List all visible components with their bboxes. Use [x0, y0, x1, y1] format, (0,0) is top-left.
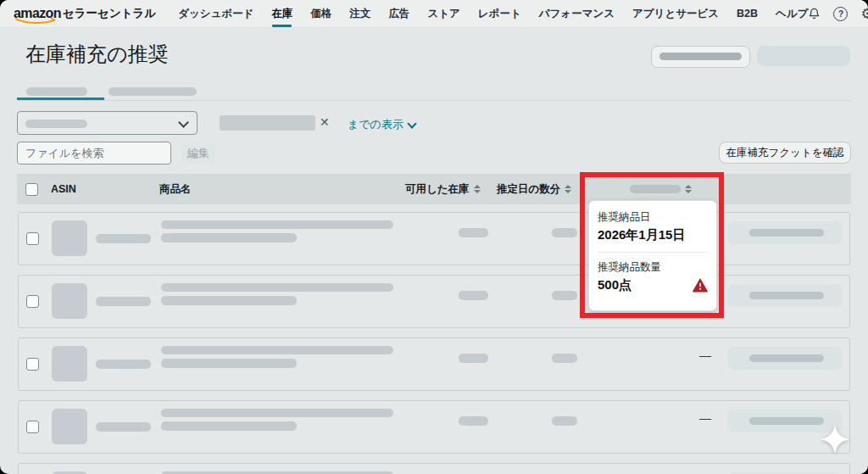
search-input[interactable]	[17, 142, 171, 165]
skeleton-bar	[749, 229, 824, 237]
available-stock-skeleton	[459, 291, 488, 300]
nav-item-advertising[interactable]: 広告	[388, 0, 409, 29]
column-header-available-label: 可用した在庫	[405, 182, 470, 197]
product-name-skeleton	[161, 409, 393, 417]
product-name-skeleton	[161, 359, 297, 368]
asin-skeleton	[96, 422, 151, 432]
estimated-days-skeleton	[552, 416, 577, 426]
show-until-label: までの表示	[348, 117, 403, 132]
recommendation-value: —	[693, 349, 718, 362]
select-all-checkbox[interactable]	[25, 183, 38, 196]
product-name-skeleton	[161, 220, 393, 229]
brand-suffix: セラーセントラル	[63, 6, 156, 21]
column-header-days[interactable]: 推定日の数分	[497, 174, 571, 204]
header-secondary-button-skeleton[interactable]	[651, 46, 750, 68]
nav-item-stores[interactable]: ストア	[427, 0, 459, 29]
row-action-button-skeleton[interactable]	[727, 347, 843, 370]
skeleton-bar	[749, 292, 824, 299]
recommended-quantity-value: 500点	[598, 277, 632, 293]
bell-icon[interactable]	[808, 7, 821, 20]
nav-item-inventory[interactable]: 在庫	[271, 0, 292, 29]
recommendation-value: —	[693, 411, 718, 425]
available-stock-skeleton	[459, 416, 488, 426]
available-stock-skeleton	[459, 228, 488, 237]
table-header: ASIN 商品名 可用した在庫 推定日の数分	[17, 174, 851, 204]
tab-divider	[17, 100, 851, 101]
skeleton-bar	[749, 354, 824, 362]
nav-item-dashboard[interactable]: ダッシュボード	[178, 0, 253, 29]
skeleton-bar	[659, 53, 742, 60]
product-image-placeholder	[52, 346, 87, 382]
page-title: 在庫補充の推奨	[25, 41, 169, 68]
row-checkbox[interactable]	[26, 295, 39, 308]
row-checkbox[interactable]	[26, 358, 39, 371]
chevron-down-icon	[407, 119, 416, 128]
amazon-logo: amazon	[14, 7, 61, 20]
nav-item-reports[interactable]: レポート	[478, 0, 521, 29]
asin-skeleton	[96, 234, 151, 243]
top-nav: amazon セラーセントラル ダッシュボード 在庫 価格 注文 広告 ストア …	[0, 0, 868, 28]
row-checkbox[interactable]	[26, 421, 39, 433]
recommended-quantity-label: 推奨納品数量	[598, 260, 708, 275]
header-primary-button-skeleton[interactable]	[757, 46, 850, 66]
sort-icon[interactable]	[474, 185, 481, 193]
product-image-placeholder	[52, 220, 87, 256]
nav-items: ダッシュボード 在庫 価格 注文 広告 ストア レポート パフォーマンス アプリ…	[178, 0, 808, 29]
nav-item-apps-services[interactable]: アプリとサービス	[632, 0, 719, 29]
sort-icon[interactable]	[565, 185, 571, 193]
tab-inactive-skeleton[interactable]	[108, 87, 197, 96]
gear-icon[interactable]: ⚙	[860, 7, 868, 21]
estimated-days-skeleton	[552, 291, 577, 300]
product-image-placeholder	[52, 409, 87, 444]
nav-item-orders[interactable]: 注文	[349, 0, 370, 29]
available-stock-skeleton	[459, 354, 488, 363]
sort-icon[interactable]	[685, 185, 692, 193]
alert-triangle-icon	[693, 278, 708, 293]
sparkle-icon[interactable]	[819, 423, 851, 455]
recommended-delivery-date-value: 2026年1月15日	[598, 227, 708, 243]
filter-chip-skeleton[interactable]	[220, 115, 315, 131]
column-header-available[interactable]: 可用した在庫	[405, 174, 481, 204]
close-icon[interactable]: ✕	[320, 114, 330, 130]
edit-button[interactable]: 編集	[181, 142, 215, 165]
nav-item-b2b[interactable]: B2B	[737, 0, 758, 27]
column-header-days-label: 推定日の数分	[497, 182, 560, 197]
skeleton-bar	[25, 120, 87, 128]
table-row: —	[18, 337, 850, 391]
product-name-skeleton	[161, 233, 297, 243]
amazon-smile-icon	[14, 18, 58, 25]
check-replenishment-forecast-button[interactable]: 在庫補充フクットを確認	[719, 142, 851, 164]
recommended-delivery-date-label: 推奨納品日	[598, 210, 708, 225]
brand-logo[interactable]: amazon セラーセントラル	[14, 6, 156, 21]
product-name-skeleton	[161, 346, 393, 354]
show-until-link[interactable]: までの表示	[348, 117, 415, 132]
column-header-product: 商品名	[159, 174, 192, 204]
product-name-skeleton	[161, 296, 297, 305]
asin-skeleton	[96, 360, 151, 369]
nav-item-pricing[interactable]: 価格	[310, 0, 331, 29]
nav-item-performance[interactable]: パフォーマンス	[539, 0, 615, 29]
tab-active-skeleton[interactable]	[26, 87, 87, 96]
popover-divider	[598, 252, 708, 253]
row-action-button-skeleton[interactable]	[727, 284, 843, 307]
asin-skeleton	[96, 297, 151, 306]
skeleton-bar	[749, 417, 824, 425]
product-name-skeleton	[161, 421, 297, 431]
nav-item-help[interactable]: ヘルプ	[776, 0, 808, 29]
recommendation-popover: 推奨納品日 2026年1月15日 推奨納品数量 500点	[588, 200, 717, 311]
product-name-skeleton	[161, 283, 393, 292]
product-image-placeholder	[52, 283, 87, 319]
row-checkbox[interactable]	[26, 232, 39, 245]
table-row	[18, 212, 850, 265]
filter-dropdown[interactable]	[17, 111, 198, 135]
table-row	[18, 275, 850, 328]
seller-central-window: amazon セラーセントラル ダッシュボード 在庫 価格 注文 広告 ストア …	[0, 0, 868, 474]
help-icon[interactable]: ?	[833, 7, 848, 21]
skeleton-bar	[630, 185, 681, 193]
row-action-button-skeleton[interactable]	[727, 221, 843, 244]
table-row: —	[18, 400, 850, 454]
nav-icon-group: ? ⚙	[808, 7, 868, 21]
table-row	[18, 463, 850, 474]
chevron-down-icon	[178, 117, 189, 128]
column-header-asin: ASIN	[51, 174, 76, 204]
